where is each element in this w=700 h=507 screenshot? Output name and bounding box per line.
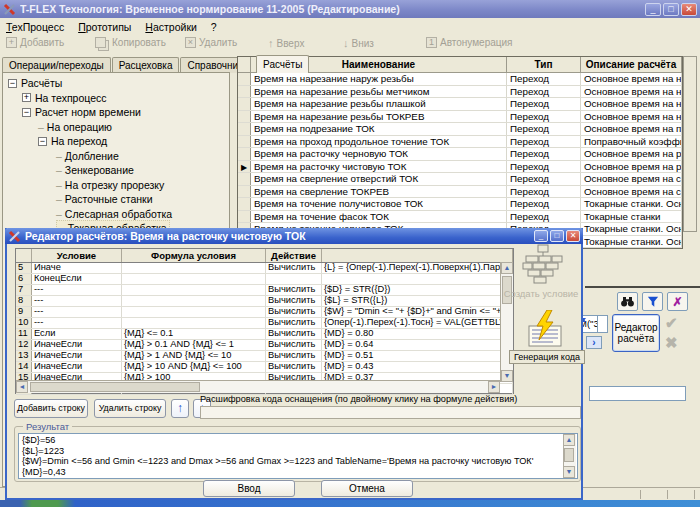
add-button[interactable]: Добавить <box>6 37 64 48</box>
row-selector[interactable] <box>238 198 251 210</box>
collapse-icon[interactable] <box>22 108 31 117</box>
delete-button[interactable]: Удалить <box>185 37 237 48</box>
grid-row[interactable]: 9---Вычислить{$W} = "Dmin <= "+ {$D}+" a… <box>16 307 513 318</box>
dialog-maximize-button[interactable]: □ <box>550 230 564 242</box>
clear-filter-button[interactable]: ✗ <box>667 292 688 311</box>
value-field[interactable] <box>589 386 686 401</box>
menu-techprocess[interactable]: ТехПроцесс <box>6 21 64 33</box>
grid-row[interactable]: 6КонецЕсли <box>16 274 513 285</box>
tooling-code-field[interactable] <box>200 406 581 419</box>
scroll-left-icon[interactable]: ◄ <box>16 381 28 393</box>
grid-row[interactable]: 8---Вычислить{$L} = STR({L}) <box>16 296 513 307</box>
tab-operations[interactable]: Операции/переходы <box>2 57 111 73</box>
grid-vscrollbar[interactable]: ▲ ▼ <box>500 262 513 382</box>
table-scrollbar[interactable] <box>683 56 697 232</box>
col-formula[interactable]: Формула условия <box>122 249 266 262</box>
row-selector[interactable] <box>238 86 251 98</box>
row-selector[interactable] <box>238 173 251 185</box>
menu-help[interactable]: ? <box>211 21 217 33</box>
calc-editor-button[interactable]: Редактор расчёта <box>612 314 660 352</box>
maximize-button[interactable]: □ <box>663 3 679 16</box>
grid-row[interactable]: 7---Вычислить{$D} = STR({D}) <box>16 285 513 296</box>
dialog-close-button[interactable]: ✕ <box>566 230 580 242</box>
hscroll-thumb[interactable] <box>30 382 200 392</box>
table-row[interactable]: Время на нарезание резьбы метчикомПерехо… <box>238 86 682 99</box>
delete-row-button[interactable]: Удалить строку <box>94 399 166 418</box>
tree-item[interactable]: Зенкерование <box>3 163 229 178</box>
scroll-down-icon[interactable]: ▼ <box>563 466 575 478</box>
tree-item[interactable]: На переход <box>3 134 229 149</box>
table-row[interactable]: Время на точение получистовое ТОКПереход… <box>238 198 682 211</box>
autonumber-button[interactable]: Автонумерация <box>426 37 513 48</box>
minimize-button[interactable]: _ <box>645 3 661 16</box>
scroll-right-icon[interactable]: ► <box>488 381 500 393</box>
grid-row[interactable]: 5ИначеВычислить{L} = {Опер(-1).Перех(-1)… <box>16 263 513 274</box>
tree-item[interactable]: Расточные станки <box>3 192 229 207</box>
tree-item-root[interactable]: Расчёты <box>3 76 229 91</box>
table-row[interactable]: Время на сверление отверстий ТОКПереходО… <box>238 173 682 186</box>
collapse-icon[interactable] <box>8 79 17 88</box>
expand-icon[interactable] <box>22 93 31 102</box>
table-row[interactable]: Время на расточку черновую ТОКПереходОсн… <box>238 148 682 161</box>
table-row[interactable]: Время на нарезание резьбы плашкойПереход… <box>238 98 682 111</box>
row-selector[interactable] <box>238 186 251 198</box>
grid-row[interactable]: 14ИначеЕсли{МД} > 10 AND {МД} <= 100Вычи… <box>16 362 513 373</box>
grid-hscrollbar[interactable]: ◄ ► <box>16 380 500 393</box>
create-condition-label[interactable]: Создать условие <box>499 288 583 299</box>
tree-item[interactable]: На отрезку прорезку <box>3 178 229 193</box>
cancel-button[interactable]: Отмена <box>321 480 413 497</box>
ok-button[interactable]: Ввод <box>203 480 295 497</box>
copy-button[interactable]: Копировать <box>95 37 166 48</box>
dialog-minimize-button[interactable]: _ <box>534 230 548 242</box>
scroll-up-icon[interactable]: ▲ <box>501 262 513 274</box>
menu-prototypes[interactable]: Прототипы <box>78 21 131 33</box>
grid-row[interactable]: 12ИначеЕсли{МД} > 0.1 AND {МД} <= 1Вычис… <box>16 340 513 351</box>
row-selector[interactable] <box>238 111 251 123</box>
col-type[interactable]: Тип <box>507 57 581 72</box>
col-condition[interactable]: Условие <box>32 249 122 262</box>
tree-item[interactable]: На операцию <box>3 120 229 135</box>
table-row[interactable]: Время на подрезание ТОКПереходОсновное в… <box>238 123 682 136</box>
move-up-button[interactable]: ↑Вверх <box>268 37 304 49</box>
confirm-icon[interactable]: ✔ <box>665 314 678 332</box>
tree-item[interactable]: Расчет норм времени <box>3 105 229 120</box>
search-button[interactable] <box>617 292 638 311</box>
col-action[interactable]: Действие <box>266 249 322 262</box>
tree-item[interactable]: На техпроцесс <box>3 91 229 106</box>
table-row[interactable]: Время на проход продольное точение ТОКПе… <box>238 136 682 149</box>
add-row-button[interactable]: Добавить строку <box>14 399 88 418</box>
move-down-button[interactable]: ↓Вниз <box>343 37 374 49</box>
taskbar[interactable] <box>0 500 700 507</box>
table-row[interactable]: Время на нарезание резьбы ТОКРЕВПереходО… <box>238 111 682 124</box>
table-row[interactable]: Время на сверление ТОКРЕВПереходОсновное… <box>238 186 682 199</box>
row-selector[interactable] <box>238 136 251 148</box>
scroll-up-icon[interactable]: ▲ <box>563 434 575 446</box>
collapse-icon[interactable] <box>38 137 47 146</box>
generate-code-button[interactable]: Генерация кода <box>509 350 585 364</box>
row-up-button[interactable]: ↑ <box>171 399 189 418</box>
tree-item[interactable]: Долбление <box>3 149 229 164</box>
grid-row[interactable]: 13ИначеЕсли{МД} > 1 AND {МД} <= 10Вычисл… <box>16 351 513 362</box>
result-scrollbar[interactable]: ▲ ▼ <box>563 434 576 478</box>
filter-button[interactable] <box>642 292 663 311</box>
grid-row[interactable]: 10---Вычислить{Опер(-1).Перех(-1).Тосн} … <box>16 318 513 329</box>
row-selector[interactable] <box>238 123 251 135</box>
result-scroll-thumb[interactable] <box>564 448 574 462</box>
tree-item[interactable]: Слесарная обработка <box>3 207 229 222</box>
tab-rascehovka[interactable]: Расцеховка <box>112 57 180 73</box>
apply-value-button[interactable]: › <box>586 336 602 349</box>
result-output[interactable]: {$D}=56 {$L}=1223 {$W}=Dmin <=56 and Gmi… <box>18 433 578 479</box>
row-selector[interactable] <box>238 148 251 160</box>
discard-icon[interactable]: ✖ <box>665 334 678 352</box>
close-button[interactable]: ✕ <box>681 3 697 16</box>
scroll-down-icon[interactable]: ▼ <box>501 370 513 382</box>
row-selector[interactable] <box>238 98 251 110</box>
menu-settings[interactable]: Настройки <box>145 21 197 33</box>
tab-raschety[interactable]: Расчёты <box>256 55 309 73</box>
table-row[interactable]: Время на нарезание наруж резьбыПереходОс… <box>238 73 682 86</box>
grid-row[interactable]: 11Если{МД} <= 0.1Вычислить{MD} = 0.80 <box>16 329 513 340</box>
row-selector[interactable] <box>238 211 251 223</box>
col-desc[interactable]: Описание расчёта <box>581 57 682 72</box>
table-row[interactable]: Время на точение фасок ТОКПереходТокарны… <box>238 211 682 224</box>
row-selector[interactable] <box>238 73 251 85</box>
